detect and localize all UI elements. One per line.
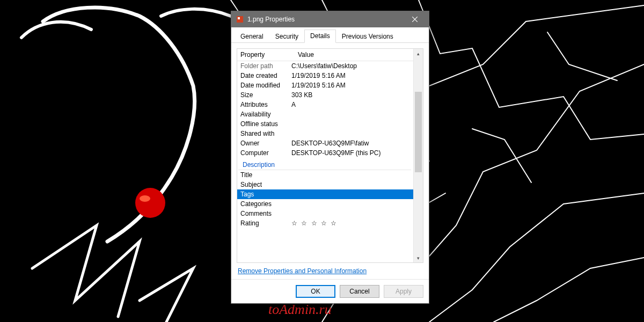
col-value[interactable]: Value	[295, 49, 413, 61]
apply-button[interactable]: Apply	[384, 285, 423, 298]
properties-dialog: 1.png Properties General Security Detail…	[231, 11, 429, 304]
tab-details[interactable]: Details	[304, 30, 336, 43]
svg-point-1	[140, 195, 150, 202]
property-value	[291, 209, 410, 218]
property-value	[291, 189, 410, 199]
property-name: Offline status	[240, 119, 291, 129]
dialog-title: 1.png Properties	[247, 16, 403, 23]
property-value	[291, 180, 410, 189]
property-row[interactable]: Date created1/19/2019 5:16 AM	[237, 71, 413, 80]
property-name: Computer	[240, 148, 291, 158]
property-name: Attributes	[240, 100, 291, 109]
property-name: Comments	[240, 209, 291, 218]
ok-button[interactable]: OK	[296, 285, 335, 298]
property-name: Date created	[240, 71, 291, 80]
property-row[interactable]: Availability	[237, 109, 413, 119]
property-name: Title	[240, 170, 291, 180]
desktop: toAdmin.ru 1.png Properties General Secu…	[0, 0, 644, 322]
property-name: Size	[240, 90, 291, 100]
titlebar[interactable]: 1.png Properties	[231, 11, 429, 27]
property-value	[291, 199, 410, 209]
tab-previous-versions[interactable]: Previous Versions	[336, 30, 399, 43]
property-row[interactable]: Categories	[237, 199, 413, 209]
property-name: Rating	[240, 218, 291, 228]
svg-point-0	[135, 188, 165, 218]
property-name: Subject	[240, 180, 291, 189]
property-value	[291, 119, 410, 129]
tab-panel-details: Property Value Folder pathC:\Users\fatiw…	[231, 43, 429, 279]
property-name: Owner	[240, 138, 291, 148]
property-row[interactable]: Date modified1/19/2019 5:16 AM	[237, 80, 413, 90]
property-value: DESKTOP-U63Q9MF (this PC)	[291, 148, 410, 158]
property-row[interactable]: Rating☆ ☆ ☆ ☆ ☆	[237, 218, 413, 228]
list-header: Property Value	[237, 49, 413, 61]
property-name: Folder path	[240, 61, 291, 71]
file-icon	[236, 15, 244, 24]
properties-list[interactable]: Property Value Folder pathC:\Users\fatiw…	[237, 48, 423, 263]
property-row[interactable]: OwnerDESKTOP-U63Q9MF\fatiw	[237, 138, 413, 148]
property-row[interactable]: Tags	[237, 189, 413, 199]
scrollbar-vertical[interactable]: ▴ ▾	[413, 49, 423, 262]
property-row[interactable]: Shared with	[237, 129, 413, 138]
scroll-down-icon[interactable]: ▾	[414, 253, 423, 262]
close-button[interactable]	[403, 11, 427, 27]
property-name: Date modified	[240, 80, 291, 90]
property-value: ☆ ☆ ☆ ☆ ☆	[291, 218, 410, 228]
property-row[interactable]: Subject	[237, 180, 413, 189]
cancel-button[interactable]: Cancel	[340, 285, 379, 298]
property-value	[291, 129, 410, 138]
property-value: DESKTOP-U63Q9MF\fatiw	[291, 138, 410, 148]
property-row[interactable]: Comments	[237, 209, 413, 218]
svg-rect-3	[238, 17, 240, 19]
property-row[interactable]: AttributesA	[237, 100, 413, 109]
close-icon	[412, 17, 418, 22]
tab-general[interactable]: General	[235, 30, 269, 43]
property-name: Categories	[240, 199, 291, 209]
property-value: 1/19/2019 5:16 AM	[291, 80, 410, 90]
scroll-thumb[interactable]	[415, 92, 422, 172]
col-property[interactable]: Property	[237, 49, 295, 61]
property-value	[291, 170, 410, 180]
property-row[interactable]: ComputerDESKTOP-U63Q9MF (this PC)	[237, 148, 413, 158]
property-row[interactable]: Title	[237, 170, 413, 180]
property-value: C:\Users\fatiw\Desktop	[291, 61, 410, 71]
property-row[interactable]: Offline status	[237, 119, 413, 129]
dialog-button-row: OK Cancel Apply	[231, 279, 429, 303]
property-name: Availability	[240, 109, 291, 119]
section-description: Description	[238, 159, 411, 170]
property-value: A	[291, 100, 410, 109]
scroll-up-icon[interactable]: ▴	[414, 49, 423, 58]
property-row[interactable]: Folder pathC:\Users\fatiw\Desktop	[237, 61, 413, 71]
tab-strip: General Security Details Previous Versio…	[231, 27, 429, 43]
property-value: 1/19/2019 5:16 AM	[291, 71, 410, 80]
property-name: Shared with	[240, 129, 291, 138]
remove-properties-link[interactable]: Remove Properties and Personal Informati…	[238, 267, 367, 275]
property-row[interactable]: Size303 KB	[237, 90, 413, 100]
tab-security[interactable]: Security	[269, 30, 304, 43]
property-value: 303 KB	[291, 90, 410, 100]
property-value	[291, 109, 410, 119]
property-name: Tags	[240, 189, 291, 199]
